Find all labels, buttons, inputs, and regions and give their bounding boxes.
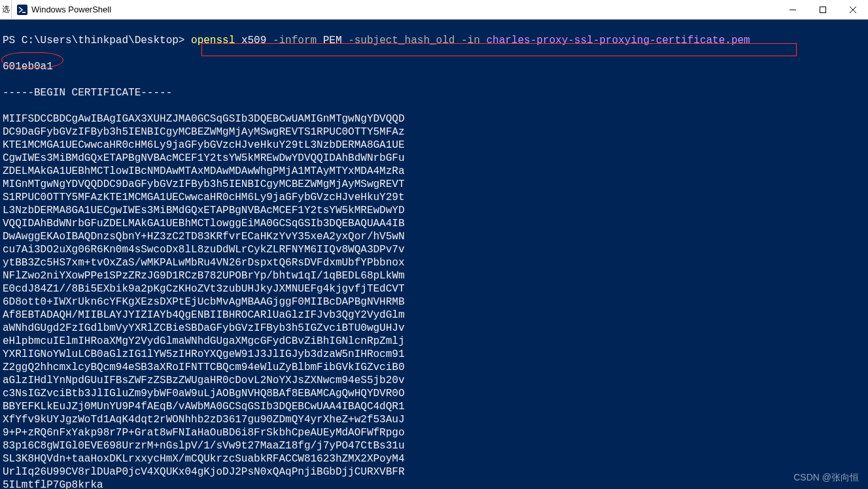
cert-line: NFlZwo2niYXowPPe1SPzZRzJG9D1RCzB782UPOBr… xyxy=(3,269,865,282)
cmd-binary: openssl xyxy=(191,35,235,46)
cert-line: cu7Ai3DO2uXg06R6Kn0m4sSwcoDx8lL8zuDdWLrC… xyxy=(3,243,865,256)
maximize-button[interactable] xyxy=(808,0,838,19)
cert-line: aWNhdGUgd2FzIGdlbmVyYXRlZCBieSBDaGFybGVz… xyxy=(3,322,865,335)
hash-output: 601eb0a1 xyxy=(3,60,865,73)
cert-line: 5ILmtflP7Gp8krka xyxy=(3,479,865,489)
cert-line: Z2ggQ2hhcmxlcyBQcm94eSB3aXRoIFNTTCBQcm94… xyxy=(3,361,865,374)
cert-line: MIGnMTgwNgYDVQQDDC9DaGFybGVzIFByb3h5IENB… xyxy=(3,178,865,191)
cert-line: DwAwggEKAoIBAQDnzsQbnY+HZ3zC2TD83KRfvrEC… xyxy=(3,230,865,243)
cert-line: MIIFSDCCBDCgAwIBAgIGAX3XUHZJMA0GCSqGSIb3… xyxy=(3,112,865,126)
terminal-area[interactable]: PS C:\Users\thinkpad\Desktop> openssl x5… xyxy=(0,20,868,489)
cert-line: c3NsIGZvciBtb3JlIGluZm9ybWF0aW9uLjAOBgNV… xyxy=(3,387,865,400)
cmd-sub: x509 xyxy=(241,35,266,46)
window-titlebar: 选 Windows PowerShell xyxy=(0,0,868,20)
cert-line: VQQIDAhBdWNrbGFuZDELMAkGA1UEBhMCTlowggEi… xyxy=(3,217,865,230)
cert-line: XfYfv9kUYJgzWoTd1AqK4dqt2rWONhhb2zD3617g… xyxy=(3,413,865,426)
prompt: PS C:\Users\thinkpad\Desktop> xyxy=(3,35,184,46)
cert-line: 9+P+zRQ6nFxYakp98r7P+Grat8wFNIaHaOuBD6i8… xyxy=(3,426,865,439)
watermark: CSDN @张向恒 xyxy=(793,471,859,484)
cert-line: 6D8ott0+IWXrUkn6cYFKgXEzsDXPtEjUcbMvAgMB… xyxy=(3,295,865,309)
cmd-file: charles-proxy-ssl-proxying-certificate.p… xyxy=(486,35,750,46)
window-title: Windows PowerShell xyxy=(31,5,778,14)
cert-line: eHlpbmcuIElmIHRoaXMgY2VydGlmaWNhdGUgaXMg… xyxy=(3,335,865,348)
cert-line: BBYEFKLkEuJZj0MUnYU9P4fAEqB/vAWbMA0GCSqG… xyxy=(3,400,865,413)
cert-line: Af8EBTADAQH/MIIBLAYJYIZIAYb4QgENBIIBHROC… xyxy=(3,309,865,322)
cert-line: E0cdJ84Z1//8Bi5EXbik9a2pKgCzKHoZVt3zubUH… xyxy=(3,282,865,295)
powershell-icon xyxy=(17,5,27,15)
command-line: PS C:\Users\thinkpad\Desktop> openssl x5… xyxy=(3,34,865,47)
cert-begin: -----BEGIN CERTIFICATE----- xyxy=(3,86,865,99)
close-button[interactable] xyxy=(838,0,868,19)
cert-line: ZDELMAkGA1UEBhMCTlowIBcNMDAwMTAxMDAwMDAw… xyxy=(3,165,865,178)
cert-line: UrlIq26U99CV8rlDUaP0jcV4XQUKx04gKjoDJ2Ps… xyxy=(3,465,865,479)
cert-line: KTE1MCMGA1UECwwcaHR0cHM6Ly9jaGFybGVzcHJv… xyxy=(3,139,865,152)
flag-hash: -subject_hash_old xyxy=(348,35,455,46)
cert-line: CgwIWEs3MiBMdGQxETAPBgNVBAcMCEF1Y2tsYW5k… xyxy=(3,152,865,165)
svg-rect-3 xyxy=(820,7,826,12)
cert-line: 83p16C8gWIGl0EVE698UrzrM+nGslpV/1/sVw9t2… xyxy=(3,439,865,452)
cert-line: DC9DaGFybGVzIFByb3h5IENBICgyMCBEZWMgMjAy… xyxy=(3,126,865,139)
flag-in: -in xyxy=(461,35,480,46)
minimize-button[interactable] xyxy=(778,0,808,19)
side-tab: 选 xyxy=(0,0,12,20)
val-inform: PEM xyxy=(323,35,342,46)
window-controls xyxy=(778,0,868,19)
cert-line: L3NzbDERMA8GA1UECgwIWEs3MiBMdGQxETAPBgNV… xyxy=(3,204,865,217)
cert-line: ytBB3Zc5HS7xm+tvOxZaS/wMKPALwMbRu4VN26rD… xyxy=(3,256,865,269)
flag-inform: -inform xyxy=(273,35,317,46)
cert-body: MIIFSDCCBDCgAwIBAgIGAX3XUHZJMA0GCSqGSIb3… xyxy=(3,112,865,489)
cert-line: YXRlIGNoYWluLCB0aGlzIG1lYW5zIHRoYXQgeW91… xyxy=(3,348,865,361)
cert-line: S1RPUC0OTTY5MFAzKTE1MCMGA1UECwwcaHR0cHM6… xyxy=(3,191,865,204)
cert-line: SL3K8HQVdn+taaHoxDKLrxxycHmX/mCQUkrzcSua… xyxy=(3,452,865,465)
cert-line: aGlzIHdlYnNpdGUuIFBsZWFzZSBzZWUgaHR0cDov… xyxy=(3,374,865,387)
